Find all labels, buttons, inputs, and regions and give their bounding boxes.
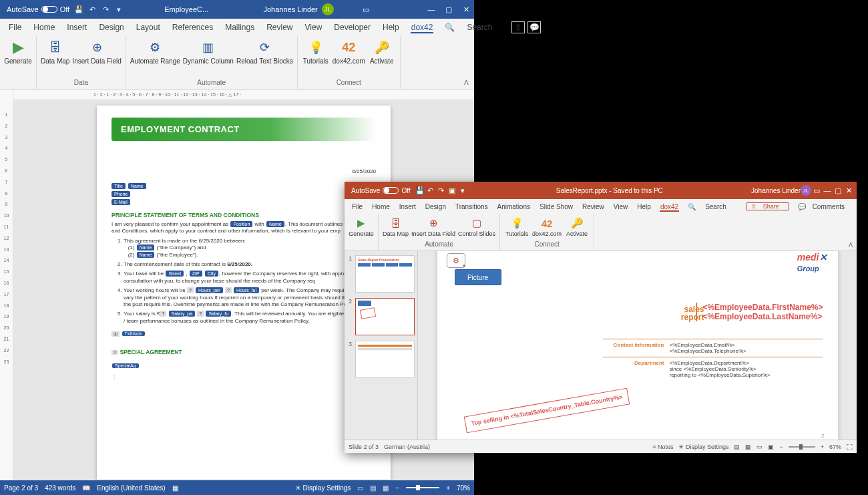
view-slideshow-icon[interactable]: ▣ xyxy=(768,444,774,450)
maximize-icon[interactable]: ▢ xyxy=(443,4,454,15)
slideshow-icon[interactable]: ▣ xyxy=(447,185,457,196)
automate-range-button[interactable]: ⚙Automate Range xyxy=(130,39,180,65)
tutorials-button[interactable]: 💡Tutorials xyxy=(302,39,330,65)
zoom-out[interactable]: − xyxy=(779,444,783,450)
menu-slideshow[interactable]: Slide Show xyxy=(535,203,578,210)
zoom-level[interactable]: 67% xyxy=(829,444,841,450)
share-button[interactable]: ⇪ xyxy=(511,21,525,33)
undo-icon[interactable]: ↶ xyxy=(87,4,97,15)
minimize-icon[interactable]: — xyxy=(822,185,833,196)
status-page[interactable]: Page 2 of 3 xyxy=(4,484,38,492)
menu-design[interactable]: Design xyxy=(421,203,451,210)
dox42com-button[interactable]: 42dox42.com xyxy=(333,39,365,65)
search-icon[interactable]: 🔍 xyxy=(439,23,461,32)
menu-insert[interactable]: Insert xyxy=(61,23,93,32)
autosave-toggle[interactable]: AutoSave Off xyxy=(3,5,73,13)
menu-design[interactable]: Design xyxy=(93,23,130,32)
tutorials-button[interactable]: 💡Tutorials xyxy=(504,216,529,238)
maximize-icon[interactable]: ▢ xyxy=(833,185,843,196)
menu-transitions[interactable]: Transitions xyxy=(451,203,493,210)
ribbon-options-icon[interactable]: ▭ xyxy=(811,185,822,196)
zoom-level[interactable]: 70% xyxy=(457,484,470,492)
picture-placeholder-icon[interactable]: ⚙● xyxy=(447,253,465,268)
activate-button[interactable]: 🔑Activate xyxy=(368,39,396,65)
view-sorter-icon[interactable]: ▦ xyxy=(745,444,751,450)
close-icon[interactable]: ✕ xyxy=(461,4,471,15)
qat-more-icon[interactable]: ▾ xyxy=(457,185,468,196)
menu-home[interactable]: Home xyxy=(27,23,61,32)
zoom-slider[interactable] xyxy=(406,487,439,488)
zoom-slider[interactable] xyxy=(789,446,815,448)
menu-file[interactable]: File xyxy=(3,23,27,32)
zoom-out[interactable]: − xyxy=(395,484,399,492)
spellcheck-icon[interactable]: 📖 xyxy=(82,484,90,492)
thumbnail-3[interactable] xyxy=(355,341,415,378)
notes-button[interactable]: ≡ Notes xyxy=(652,444,673,450)
zoom-in[interactable]: + xyxy=(821,444,824,450)
view-normal-icon[interactable]: ▤ xyxy=(734,444,740,450)
user-account[interactable]: Johannes Linder JL xyxy=(263,3,333,15)
macro-icon[interactable]: ▦ xyxy=(172,484,178,492)
undo-icon[interactable]: ↶ xyxy=(425,185,436,196)
menu-search[interactable]: Search xyxy=(700,203,731,210)
insert-datafield-button[interactable]: ⊕Insert Data Field xyxy=(411,216,455,238)
view-reading-icon[interactable]: ▭ xyxy=(756,444,763,450)
save-icon[interactable]: 💾 xyxy=(73,4,84,15)
view-web-icon[interactable]: ▦ xyxy=(383,484,389,492)
menu-file[interactable]: File xyxy=(347,203,367,210)
fit-window-icon[interactable]: ⛶ xyxy=(847,444,853,450)
view-read-icon[interactable]: ▭ xyxy=(357,484,363,492)
menu-insert[interactable]: Insert xyxy=(395,203,421,210)
share-button[interactable]: ⇪ Share xyxy=(746,202,789,210)
generate-button[interactable]: ▶Generate xyxy=(349,216,374,238)
menu-developer[interactable]: Developer xyxy=(328,23,377,32)
menu-dox42[interactable]: dox42 xyxy=(656,203,683,210)
slide-canvas[interactable]: ⚙● Picture medi✕Group salesreport <%Empl… xyxy=(418,251,857,440)
menu-home[interactable]: Home xyxy=(367,203,395,210)
generate-button[interactable]: ▶Generate xyxy=(4,39,32,65)
menu-review[interactable]: Review xyxy=(578,203,609,210)
status-lang[interactable]: German (Austria) xyxy=(384,444,430,450)
insert-datafield-button[interactable]: ⊕Insert Data Field xyxy=(72,39,121,65)
reload-textblocks-button[interactable]: ⟳Reload Text Blocks xyxy=(236,39,293,65)
toggle-switch[interactable] xyxy=(41,6,57,13)
display-settings[interactable]: ☀ Display Settings xyxy=(295,484,351,492)
control-slides-button[interactable]: ▢Control Slides xyxy=(458,216,495,238)
dox42com-button[interactable]: 42dox42.com xyxy=(532,216,562,238)
menu-dox42[interactable]: dox42 xyxy=(405,23,439,32)
display-settings[interactable]: ☀ Display Settings xyxy=(678,444,728,450)
menu-mailings[interactable]: Mailings xyxy=(219,23,260,32)
save-icon[interactable]: 💾 xyxy=(415,185,425,196)
qat-more-icon[interactable]: ▾ xyxy=(114,4,124,15)
data-map-button[interactable]: 🗄Data Map xyxy=(41,39,69,65)
menu-help[interactable]: Help xyxy=(632,203,656,210)
comments-button[interactable]: 💬 Comments xyxy=(793,203,854,210)
activate-button[interactable]: 🔑Activate xyxy=(564,216,590,238)
menu-review[interactable]: Review xyxy=(260,23,298,32)
collapse-ribbon-icon[interactable]: ᐱ xyxy=(459,76,474,89)
menu-help[interactable]: Help xyxy=(377,23,405,32)
menu-references[interactable]: References xyxy=(166,23,219,32)
ribbon-options-icon[interactable]: ▭ xyxy=(361,4,371,15)
dynamic-column-button[interactable]: ▥Dynamic Column xyxy=(183,39,234,65)
pp-user[interactable]: Johannes Linder xyxy=(751,187,801,194)
redo-icon[interactable]: ↷ xyxy=(100,4,111,15)
status-slide[interactable]: Slide 2 of 3 xyxy=(349,444,379,450)
menu-search[interactable]: Search xyxy=(461,23,498,32)
thumbnail-2[interactable] xyxy=(355,298,415,335)
status-words[interactable]: 423 words xyxy=(45,484,75,492)
comments-button[interactable]: 💬 xyxy=(527,21,541,33)
menu-view[interactable]: View xyxy=(299,23,329,32)
picture-placeholder[interactable]: Picture xyxy=(455,269,501,285)
toggle-switch[interactable] xyxy=(383,187,399,194)
data-map-button[interactable]: 🗄Data Map xyxy=(383,216,409,238)
status-lang[interactable]: English (United States) xyxy=(97,484,165,492)
minimize-icon[interactable]: — xyxy=(426,4,437,15)
menu-layout[interactable]: Layout xyxy=(130,23,166,32)
menu-view[interactable]: View xyxy=(609,203,633,210)
zoom-in[interactable]: + xyxy=(446,484,450,492)
close-icon[interactable]: ✕ xyxy=(843,185,854,196)
pp-autosave-toggle[interactable]: AutoSave Off xyxy=(347,187,415,194)
redo-icon[interactable]: ↷ xyxy=(436,185,447,196)
search-icon[interactable]: 🔍 xyxy=(683,203,700,210)
